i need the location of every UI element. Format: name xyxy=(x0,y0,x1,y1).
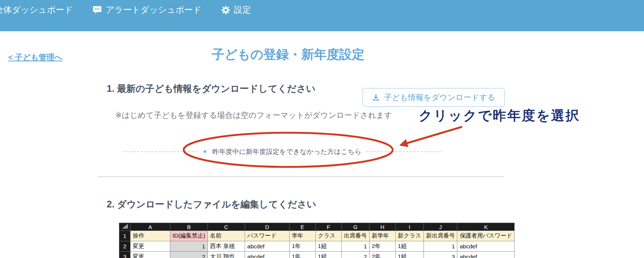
previous-year-toggle-link[interactable]: ▼ 昨年度中に新年度設定をできなかった方はこちら xyxy=(123,147,441,156)
section1-heading: 1. 最新の子ども情報をダウンロードしてください xyxy=(107,83,316,95)
nav-overall-dashboard-label: 全体ダッシュボード xyxy=(0,4,73,16)
page: 全体ダッシュボード アラートダッシュボード xyxy=(0,0,644,258)
nav-alert-dashboard-label: アラートダッシュボード xyxy=(106,4,202,16)
right-dashed-line xyxy=(366,151,441,152)
column-letters-row: A B C D E F G H I J K xyxy=(119,223,515,231)
sheet-data-row: 3 変更 2 大川 翔也 abcdef 1年 1組 2 2年 1組 3 abcd… xyxy=(119,252,515,258)
red-circle-and-arrow-annotation xyxy=(0,0,644,258)
left-dashed-line xyxy=(123,151,197,152)
download-child-info-button[interactable]: 子ども情報をダウンロードする xyxy=(363,88,505,107)
gear-icon xyxy=(221,5,231,15)
nav-item-settings[interactable]: 設定 xyxy=(221,4,251,16)
first-time-note: ※はじめて子どもを登録する場合は空のフォーマットがダウンロードされます xyxy=(115,110,392,120)
download-icon xyxy=(372,93,380,101)
annotation-click-select-last-year: クリックで昨年度を選択 xyxy=(419,107,580,125)
section-divider xyxy=(98,177,504,177)
chat-icon xyxy=(92,5,102,15)
spreadsheet-preview: A B C D E F G H I J K 1 操作 ID(編集禁止) 名前 パ… xyxy=(119,223,515,258)
section2-heading: 2. ダウンロードしたファイルを編集してください xyxy=(107,198,316,210)
nav-settings-label: 設定 xyxy=(234,4,251,16)
download-button-label: 子ども情報をダウンロードする xyxy=(384,92,495,103)
top-navbar: 全体ダッシュボード アラートダッシュボード xyxy=(0,0,644,31)
sheet-header-row: 1 操作 ID(編集禁止) 名前 パスワード 学年 クラス 出席番号 新学年 新… xyxy=(119,231,515,241)
previous-year-toggle-label: 昨年度中に新年度設定をできなかった方はこちら xyxy=(212,147,361,156)
select-all-corner xyxy=(119,223,131,231)
nav-item-overall-dashboard[interactable]: 全体ダッシュボード xyxy=(0,4,73,16)
back-to-child-management-link[interactable]: < 子ども管理へ xyxy=(8,52,62,62)
page-title: 子どもの登録・新年度設定 xyxy=(97,46,480,63)
nav-item-alert-dashboard[interactable]: アラートダッシュボード xyxy=(92,4,202,16)
red-arrow xyxy=(401,127,462,145)
caret-down-icon: ▼ xyxy=(202,149,207,155)
sheet-data-row: 2 変更 1 西本 泉穂 abcdef 1年 1組 1 2年 1組 1 abcd… xyxy=(119,241,515,252)
